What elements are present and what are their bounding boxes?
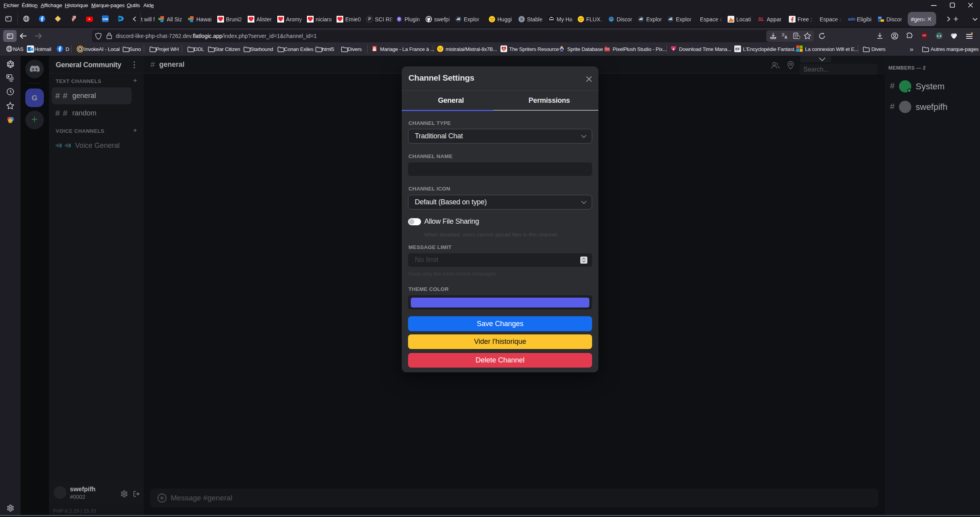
svg-text:EF: EF — [735, 47, 740, 51]
svg-text:SL: SL — [758, 17, 764, 22]
svg-text:S: S — [521, 17, 523, 21]
svg-text:DSM: DSM — [102, 18, 108, 21]
svg-text:UO: UO — [922, 34, 926, 37]
svg-text:P: P — [368, 17, 371, 21]
svg-text:A: A — [784, 35, 787, 40]
svg-text:S: S — [503, 47, 505, 50]
svg-text:adn: adn — [848, 17, 856, 21]
